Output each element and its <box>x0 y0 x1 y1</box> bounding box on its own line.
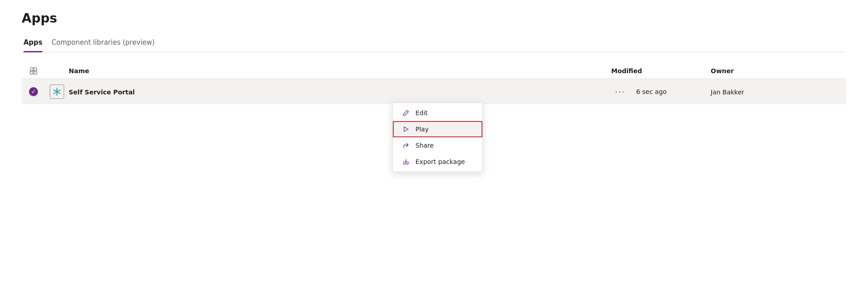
export-icon <box>402 159 410 165</box>
grid-view-icon <box>29 67 38 75</box>
more-options-button[interactable]: ··· <box>611 85 629 98</box>
header-modified: Modified <box>611 67 711 75</box>
svg-marker-7 <box>404 127 408 131</box>
context-menu-edit[interactable]: Edit <box>393 105 482 121</box>
tab-component-libraries[interactable]: Component libraries (preview) <box>50 35 162 52</box>
modified-time: 6 sec ago <box>636 88 666 95</box>
row-modified-cell: ··· 6 sec ago <box>611 85 711 98</box>
app-icon-cell <box>45 84 69 99</box>
play-icon <box>402 126 410 132</box>
header-owner: Owner <box>711 67 810 75</box>
tabs-bar: Apps Component libraries (preview) <box>22 35 846 52</box>
context-menu: Edit Play Share <box>392 103 483 172</box>
pencil-icon <box>402 110 410 116</box>
page-title: Apps <box>22 11 846 26</box>
table-row[interactable]: ✓ Self Service Portal ··· 6 sec ago <box>22 79 846 104</box>
header-checkbox-col <box>22 67 45 75</box>
table-container: Name Modified Owner ✓ <box>22 63 846 104</box>
svg-rect-1 <box>34 68 37 70</box>
table-header: Name Modified Owner <box>22 63 846 79</box>
svg-rect-3 <box>34 71 37 74</box>
header-name: Name <box>69 67 611 75</box>
svg-rect-2 <box>30 71 33 74</box>
context-menu-export-package[interactable]: Export package <box>393 154 482 170</box>
row-checkbox[interactable]: ✓ <box>22 87 45 96</box>
row-owner: Jan Bakker <box>711 88 810 96</box>
row-app-name: Self Service Portal <box>69 88 611 96</box>
svg-rect-0 <box>30 68 33 70</box>
asterisk-icon <box>52 87 61 96</box>
share-icon <box>402 142 410 149</box>
checked-icon: ✓ <box>29 87 38 96</box>
app-icon <box>50 84 64 99</box>
context-menu-play[interactable]: Play <box>393 121 482 137</box>
page-container: Apps Apps Component libraries (preview) … <box>0 0 868 115</box>
tab-apps[interactable]: Apps <box>22 35 50 52</box>
context-menu-share[interactable]: Share <box>393 137 482 154</box>
